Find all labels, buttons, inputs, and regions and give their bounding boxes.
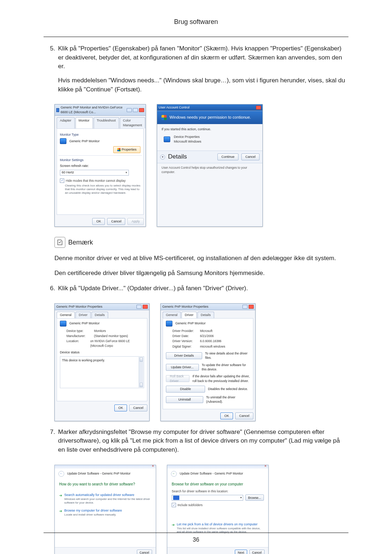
cancel-button[interactable]: Cancel	[249, 550, 265, 554]
kv-key: Driver Version:	[172, 339, 198, 343]
update-driver-button[interactable]: Update Driver...	[166, 364, 199, 371]
path-combobox[interactable]: ▾	[172, 495, 243, 501]
driver-details-button[interactable]: Driver Details	[166, 352, 202, 359]
note-paragraph2: Den certificerede driver bliver tilgænge…	[54, 269, 348, 278]
refresh-rate-value: 60 Hertz	[62, 170, 74, 175]
kv-key: Location:	[66, 339, 88, 348]
refresh-rate-select[interactable]: 60 Hertz ▾	[60, 170, 129, 176]
step-number: 5.	[44, 44, 58, 99]
dialog-title: Generic PnP Monitor and NVIDIA GeForce 6…	[61, 105, 127, 115]
option-title: Let me pick from a list of device driver…	[177, 522, 258, 526]
hide-modes-checkbox[interactable]: ✓	[60, 178, 64, 183]
ok-button[interactable]: OK	[220, 413, 233, 419]
tab-general[interactable]: General	[163, 312, 181, 318]
option-search-auto[interactable]: ➔ Search automatically for updated drive…	[59, 493, 151, 505]
option-browse-computer[interactable]: ➔ Browse my computer for driver software…	[59, 508, 151, 517]
uac-app-name: Device Properties	[174, 135, 201, 139]
wizard-breadcrumb: Update Driver Software - Generic PnP Mon…	[67, 471, 131, 476]
shield-icon	[117, 148, 121, 151]
back-button[interactable]: ←	[171, 471, 177, 477]
back-button[interactable]: ←	[58, 471, 64, 477]
help-button[interactable]	[242, 305, 248, 309]
kv-value: Monitors	[94, 329, 106, 333]
browse-button[interactable]: Browse...	[245, 495, 264, 501]
hide-modes-hint: Clearing this check box allows you to se…	[65, 184, 140, 195]
note-paragraph1: Denne monitor driver er ved at blive MS-…	[54, 254, 348, 263]
chevron-down-icon: ▾	[240, 496, 242, 500]
apply-button[interactable]: Apply	[127, 218, 144, 225]
uac-details-label[interactable]: Details	[168, 152, 215, 161]
include-subfolders-label: Include subfolders	[177, 503, 203, 507]
close-icon[interactable]: ✕	[264, 464, 267, 468]
option-title: Browse my computer for driver software	[64, 509, 122, 512]
uninstall-button[interactable]: Uninstall	[166, 396, 203, 403]
properties-button-label: Properties	[122, 147, 136, 152]
uninstall-desc: To uninstall the driver (Advanced).	[206, 395, 250, 404]
close-button[interactable]	[256, 106, 261, 110]
maximize-button[interactable]	[133, 108, 138, 112]
footer-divider	[44, 533, 348, 533]
minimize-button[interactable]	[127, 108, 132, 112]
tab-general[interactable]: General	[57, 312, 75, 318]
tab-color-management[interactable]: Color Management	[120, 117, 146, 128]
kv-key: Digital Signer:	[172, 344, 198, 349]
device-status-label: Device status	[60, 350, 144, 355]
ok-button[interactable]: OK	[92, 218, 105, 225]
monitor-icon	[56, 108, 59, 112]
step-number: 7.	[44, 428, 58, 460]
tab-driver[interactable]: Driver	[75, 312, 91, 318]
kv-value: 6/21/2006	[200, 334, 214, 338]
step-number: 6.	[44, 284, 58, 298]
close-button[interactable]	[249, 305, 254, 309]
refresh-rate-label: Screen refresh rate:	[60, 164, 140, 168]
tab-driver[interactable]: Driver	[181, 312, 197, 318]
tab-details[interactable]: Details	[197, 312, 214, 318]
ok-button[interactable]: OK	[114, 405, 127, 411]
cancel-button[interactable]: Cancel	[137, 550, 152, 554]
tab-monitor[interactable]: Monitor	[75, 117, 93, 128]
kv-key: Manufacturer:	[66, 334, 92, 338]
rollback-driver-desc: If the device fails after updating the d…	[192, 374, 250, 383]
driver-details-desc: To view details about the driver files.	[205, 351, 250, 360]
cancel-button[interactable]: Cancel	[107, 218, 125, 225]
uac-dialog: User Account Control Windows needs your …	[157, 104, 263, 227]
help-button[interactable]	[136, 305, 142, 309]
kv-value: 6.0.6000.16386	[200, 339, 221, 343]
next-button[interactable]: Next	[235, 550, 247, 554]
device-icon	[60, 321, 66, 327]
cancel-button[interactable]: Cancel	[129, 405, 147, 411]
cancel-button[interactable]: Cancel	[241, 153, 260, 160]
tab-strip: Adapter Monitor Troubleshoot Color Manag…	[55, 116, 146, 128]
note-label: Bemærk	[68, 238, 93, 247]
option-pick-list[interactable]: ➔ Let me pick from a list of device driv…	[172, 522, 264, 534]
header-divider	[44, 37, 348, 37]
uac-publisher: Microsoft Windows	[174, 139, 201, 144]
device-name: Generic PnP Monitor	[175, 321, 205, 326]
include-subfolders-checkbox[interactable]: ✓	[172, 503, 176, 507]
close-button[interactable]	[139, 108, 144, 112]
chevron-down-icon[interactable]: ▾	[160, 155, 165, 160]
tab-details[interactable]: Details	[91, 312, 108, 318]
disable-desc: Disables the selected device.	[208, 387, 248, 391]
device-properties-driver-dialog: Generic PnP Monitor Properties General D…	[160, 303, 256, 421]
properties-button[interactable]: Properties	[113, 146, 140, 153]
scrollbar[interactable]	[139, 357, 143, 387]
close-button[interactable]	[143, 305, 148, 309]
tab-adapter[interactable]: Adapter	[57, 117, 75, 128]
monitor-type-icon	[60, 138, 66, 144]
dialog-title: Generic PnP Monitor Properties	[162, 304, 208, 309]
tab-troubleshoot[interactable]: Troubleshoot	[94, 117, 119, 128]
cancel-button[interactable]: Cancel	[235, 413, 253, 419]
disable-button[interactable]: Disable	[166, 386, 205, 393]
step6-text: Klik på "Update Driver..." (Opdater driv…	[58, 284, 348, 293]
uac-footnote: User Account Control helps stop unauthor…	[157, 163, 262, 177]
device-properties-general-dialog: Generic PnP Monitor Properties General D…	[54, 303, 150, 421]
step5-paragraph2: Hvis meddelelsen "Windows needs..." (Win…	[58, 76, 348, 94]
continue-button[interactable]: Continue	[217, 153, 238, 160]
dialog-title: Generic PnP Monitor Properties	[56, 304, 102, 309]
close-icon[interactable]: ✕	[152, 464, 154, 468]
arrow-icon: ➔	[59, 509, 62, 517]
hide-modes-label: Hide modes that this monitor cannot disp…	[66, 178, 126, 183]
rollback-driver-button[interactable]: Roll Back Driver	[166, 375, 189, 382]
option-title: Search automatically for updated driver …	[64, 493, 134, 497]
